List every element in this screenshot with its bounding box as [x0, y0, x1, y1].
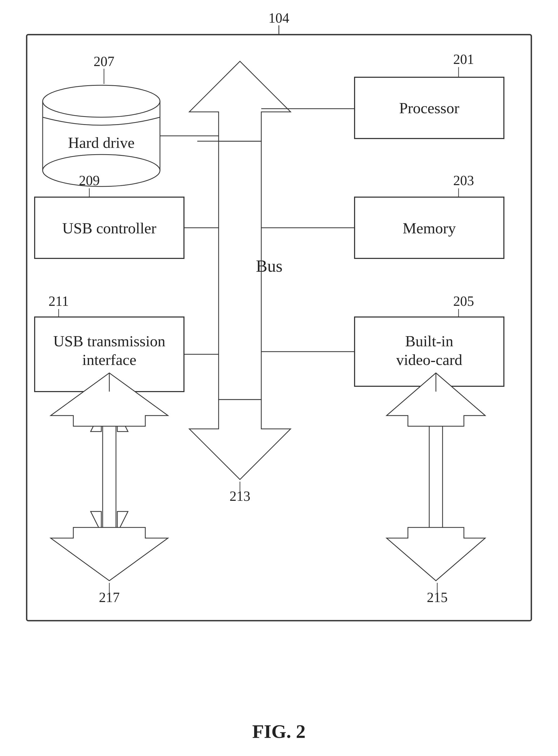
ref-201: 201 [453, 52, 474, 67]
ref-104: 104 [269, 10, 289, 26]
usb-controller-label: USB controller [62, 219, 156, 237]
svg-marker-13 [189, 61, 290, 141]
svg-rect-25 [103, 415, 116, 538]
bus-label: Bus [256, 256, 283, 275]
svg-marker-29 [51, 528, 168, 581]
svg-point-4 [43, 155, 160, 187]
processor-label: Processor [399, 99, 459, 117]
usb-interface-label1: USB transmission [53, 332, 166, 350]
svg-marker-34 [386, 528, 485, 581]
svg-marker-14 [189, 400, 290, 480]
video-card-label1: Built-in [405, 332, 453, 350]
video-card-label2: video-card [396, 351, 462, 369]
memory-label: Memory [403, 219, 456, 237]
ref-211: 211 [49, 294, 69, 309]
svg-point-5 [43, 85, 160, 117]
hard-drive-label: Hard drive [68, 134, 135, 151]
svg-rect-12 [219, 141, 261, 400]
usb-interface-label2: interface [82, 351, 136, 369]
ref-205: 205 [453, 294, 474, 309]
fig-label: FIG. 2 [252, 721, 306, 742]
ref-209: 209 [79, 173, 100, 188]
ref-207: 207 [94, 54, 115, 69]
ref-203: 203 [453, 173, 474, 188]
